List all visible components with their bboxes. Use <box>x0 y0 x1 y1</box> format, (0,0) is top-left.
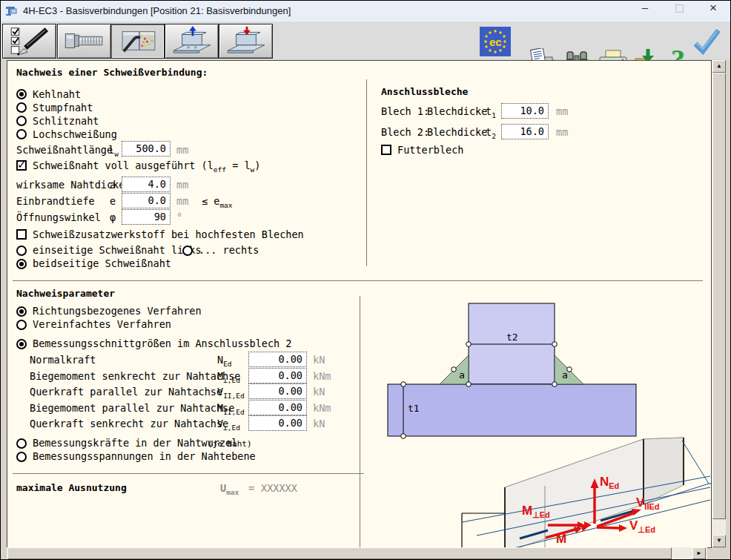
moment-parallel-symbol: MII,Ed <box>217 402 245 415</box>
radio-single-side-right-label: ... rechts <box>199 244 259 256</box>
angle-symbol: φ <box>110 211 116 223</box>
moment-parallel-unit: kNm <box>313 402 331 414</box>
checkbox-filler-label: Schweißzusatzwerkstoff bei hochfesten Bl… <box>33 228 304 240</box>
result-value: XXXXXX <box>261 482 297 494</box>
radio-kehlnaht-label: Kehlnaht <box>33 88 81 100</box>
shear-perp-value: 0.00 <box>278 417 302 429</box>
divider-vertical-top <box>366 79 367 266</box>
shear-perp-unit: kN <box>313 418 325 429</box>
radio-lochschweissung-label: Lochschweißung <box>33 128 117 140</box>
bolt-icon <box>61 26 108 56</box>
weld-length-value: 500.0 <box>136 142 166 154</box>
plate1-unit: mm <box>556 105 568 117</box>
tab-bolts[interactable] <box>57 24 111 59</box>
vertical-scroll-thumb[interactable] <box>712 73 726 519</box>
radio-single-side-right[interactable] <box>182 246 193 256</box>
plates-heading: Anschlussbleche <box>381 86 468 98</box>
shear-perp-label: Querkraft senkrecht zur Nahtachse <box>30 418 228 429</box>
tab-verification[interactable] <box>2 24 56 59</box>
radio-plane-stresses-label: Bemessungsspannungen in der Nahtebene <box>33 450 256 462</box>
normal-force-input[interactable]: 0.00 <box>248 352 307 367</box>
vertical-scrollbar[interactable]: ▲ ▼ <box>712 60 726 547</box>
weld-length-label: Schweißnahtlänge <box>16 144 113 156</box>
normal-force-value: 0.00 <box>278 353 302 365</box>
plate1-thickness-input[interactable]: 10.0 <box>501 103 549 119</box>
maximize-button[interactable] <box>662 1 696 22</box>
radio-stumpfnaht-label: Stumpfnaht <box>33 102 93 113</box>
shear-parallel-input[interactable]: 0.00 <box>248 383 307 399</box>
horizontal-scrollbar[interactable]: ▶ <box>7 547 707 559</box>
checkbox-futterblech[interactable] <box>381 145 391 155</box>
moment-perp-value: 0.00 <box>278 369 302 381</box>
tab-welds[interactable] <box>110 24 165 59</box>
result-symbol: Umax <box>220 482 239 495</box>
penetration-label: Einbrandtiefe <box>16 195 95 207</box>
throat-thickness-input[interactable]: 4.0 <box>122 177 171 192</box>
shear-perp-input[interactable]: 0.00 <box>248 415 307 431</box>
radio-design-forces-plate2[interactable] <box>16 339 27 349</box>
weld-section-heading: Nachweis einer Schweißverbindung: <box>16 67 208 79</box>
scroll-down-button[interactable]: ▼ <box>712 535 726 547</box>
main-panel: Nachweis einer Schweißverbindung: Kehlna… <box>7 60 712 548</box>
throat-unit: mm <box>176 179 188 191</box>
maximize-icon <box>675 4 684 13</box>
penetration-depth-input[interactable]: 0.0 <box>122 193 171 208</box>
result-equals: = <box>248 482 254 494</box>
title-bar: 4H-EC3 - Basisverbindungen [Position 21:… <box>1 1 730 22</box>
checkbox-weld-full[interactable] <box>16 160 27 171</box>
diagram-3d-sketch <box>462 438 711 547</box>
plate2-value: 16.0 <box>520 125 544 137</box>
radio-stumpfnaht[interactable] <box>16 102 27 113</box>
radio-root-forces[interactable] <box>16 438 27 449</box>
radio-plane-stresses[interactable] <box>16 452 27 462</box>
radio-kehlnaht[interactable] <box>16 89 27 99</box>
radio-root-forces-note: (je Naht) <box>208 438 252 450</box>
plate-arrow-up-icon <box>168 26 216 56</box>
opening-angle-input[interactable]: 90 <box>122 209 171 225</box>
radio-directional-method[interactable] <box>16 306 27 317</box>
plate1-label2: Blechdicke <box>427 105 487 117</box>
tab-plate-tension[interactable] <box>165 24 219 59</box>
angle-value: 90 <box>154 211 166 223</box>
scroll-right-button[interactable]: ▶ <box>692 547 706 559</box>
diagram-t1-label: t1 <box>408 403 420 414</box>
penetration-symbol: e <box>110 195 116 207</box>
connection-diagram: t2 t1 a a <box>361 294 711 547</box>
moment-parallel-input[interactable]: 0.00 <box>248 400 307 415</box>
checkmark-icon <box>690 25 723 56</box>
weld-length-input[interactable]: 500.0 <box>122 141 171 157</box>
diagram-t2-label: t2 <box>506 332 518 343</box>
tab-plate-compression[interactable] <box>219 24 273 59</box>
normal-force-symbol: NEd <box>217 354 232 367</box>
plate2-label2: Blechdicke <box>427 126 487 138</box>
app-icon <box>5 5 19 17</box>
eurocode-button[interactable]: ec <box>480 27 511 56</box>
diagram-plate1 <box>388 384 636 436</box>
scroll-up-button[interactable]: ▲ <box>712 60 726 73</box>
plate2-thickness-input[interactable]: 16.0 <box>501 124 549 139</box>
radio-single-side-left-label: einseitige Schweißnaht links <box>33 244 202 256</box>
plate1-label: Blech 1: <box>381 105 429 117</box>
penetration-unit: mm <box>176 195 188 207</box>
window-title: 4H-EC3 - Basisverbindungen [Position 21:… <box>23 5 291 16</box>
radio-lochschweissung[interactable] <box>16 129 27 139</box>
normal-force-unit: kN <box>313 354 325 366</box>
radio-schlitznaht[interactable] <box>16 116 27 126</box>
shear-parallel-symbol: VII,Ed <box>217 386 245 399</box>
eurocode-ec-icon: ec <box>480 27 511 56</box>
plate-arrow-down-icon <box>222 26 270 56</box>
normal-force-label: Normalkraft <box>30 354 96 366</box>
minimize-button[interactable]: – <box>628 1 662 22</box>
moment-perp-input[interactable]: 0.00 <box>248 368 307 383</box>
radio-both-sides[interactable] <box>16 259 27 269</box>
radio-design-forces-plate2-label: Bemessungsschnittgrößen im Anschlussblec… <box>33 337 292 349</box>
shear-parallel-value: 0.00 <box>278 385 302 397</box>
radio-single-side-left[interactable] <box>16 246 27 256</box>
close-button[interactable]: × <box>696 1 730 22</box>
moment-perp-unit: kNm <box>313 370 331 382</box>
angle-label: Öffnungswinkel <box>16 211 101 223</box>
horizontal-scroll-thumb[interactable] <box>7 547 672 559</box>
checkbox-filler-material[interactable] <box>16 229 27 240</box>
radio-simplified-method[interactable] <box>16 320 27 330</box>
confirm-button[interactable] <box>690 25 723 59</box>
